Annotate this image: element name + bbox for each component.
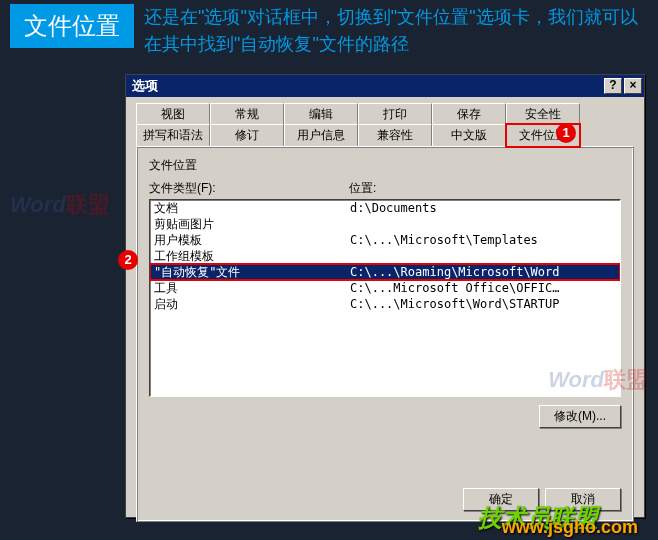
file-locations-list[interactable]: 文档d:\Documents 剪贴画图片 用户模板C:\...\Microsof… xyxy=(149,199,621,397)
tab-chinese[interactable]: 中文版 xyxy=(432,124,506,147)
tab-print[interactable]: 打印 xyxy=(358,103,432,125)
cancel-button[interactable]: 取消 xyxy=(545,488,621,511)
tab-compatibility[interactable]: 兼容性 xyxy=(358,124,432,147)
dialog-body: 1 2 视图 常规 编辑 打印 保存 安全性 拼写和语法 修订 用户信息 兼容性… xyxy=(126,97,644,532)
ok-button[interactable]: 确定 xyxy=(463,488,539,511)
list-item[interactable]: 用户模板C:\...\Microsoft\Templates xyxy=(150,232,620,248)
tab-save[interactable]: 保存 xyxy=(432,103,506,125)
tab-general[interactable]: 常规 xyxy=(210,103,284,125)
titlebar[interactable]: 选项 ? × xyxy=(126,75,644,97)
list-item[interactable]: 剪贴画图片 xyxy=(150,216,620,232)
watermark-left: Word联盟 xyxy=(10,190,110,220)
modify-button[interactable]: 修改(M)... xyxy=(539,405,621,428)
tutorial-header: 文件位置 还是在"选项"对话框中，切换到"文件位置"选项卡，我们就可以在其中找到… xyxy=(0,0,658,66)
modify-row: 修改(M)... xyxy=(149,405,621,428)
tab-panel: 文件位置 文件类型(F): 位置: 文档d:\Documents 剪贴画图片 用… xyxy=(136,146,634,522)
tab-row-top: 视图 常规 编辑 打印 保存 安全性 xyxy=(136,103,634,125)
annotation-marker-1: 1 xyxy=(556,123,576,143)
tab-container: 1 2 视图 常规 编辑 打印 保存 安全性 拼写和语法 修订 用户信息 兼容性… xyxy=(136,103,634,522)
list-item[interactable]: 工作组模板 xyxy=(150,248,620,264)
annotation-marker-2: 2 xyxy=(118,250,138,270)
dialog-title: 选项 xyxy=(132,77,602,95)
tab-user-info[interactable]: 用户信息 xyxy=(284,124,358,147)
dialog-footer: 确定 取消 xyxy=(463,488,621,511)
section-title: 文件位置 xyxy=(149,157,621,174)
close-button[interactable]: × xyxy=(624,78,642,94)
column-location: 位置: xyxy=(349,180,621,197)
tab-revision[interactable]: 修订 xyxy=(210,124,284,147)
tab-edit[interactable]: 编辑 xyxy=(284,103,358,125)
options-dialog: 选项 ? × 1 2 视图 常规 编辑 打印 保存 安全性 拼写和语法 修订 用… xyxy=(125,74,645,518)
list-header: 文件类型(F): 位置: xyxy=(149,180,621,197)
list-item[interactable]: 文档d:\Documents xyxy=(150,200,620,216)
header-description: 还是在"选项"对话框中，切换到"文件位置"选项卡，我们就可以在其中找到"自动恢复… xyxy=(144,4,648,58)
tab-view[interactable]: 视图 xyxy=(136,103,210,125)
column-file-type: 文件类型(F): xyxy=(149,180,349,197)
list-item[interactable]: 启动C:\...\Microsoft\Word\STARTUP xyxy=(150,296,620,312)
list-item[interactable]: 工具C:\...Microsoft Office\OFFIC… xyxy=(150,280,620,296)
tab-security[interactable]: 安全性 xyxy=(506,103,580,125)
list-item-autorecover[interactable]: "自动恢复"文件C:\...\Roaming\Microsoft\Word xyxy=(150,264,620,280)
help-button[interactable]: ? xyxy=(604,78,622,94)
tab-spelling[interactable]: 拼写和语法 xyxy=(136,124,210,147)
header-badge: 文件位置 xyxy=(10,4,134,48)
